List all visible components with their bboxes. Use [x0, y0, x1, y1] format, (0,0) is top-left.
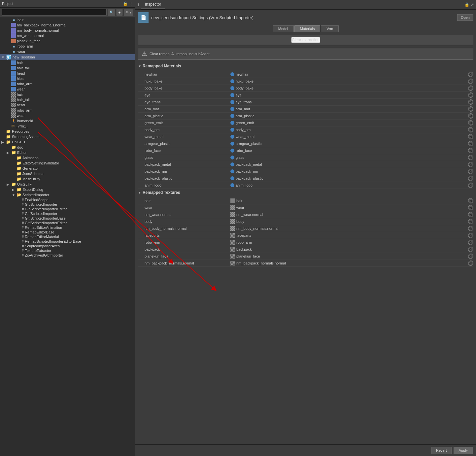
lock-icon[interactable]: 🔒: [123, 1, 128, 6]
inspector-tab[interactable]: Inspector: [141, 0, 165, 9]
material-select-button[interactable]: ◎: [468, 99, 473, 105]
texture-select-button[interactable]: ◎: [468, 254, 473, 259]
lock-icon-right[interactable]: 🔒: [464, 2, 469, 7]
tree-item-remap-editor-animation[interactable]: # RemapEditorAnimation: [0, 225, 135, 230]
tree-item-hair-grid[interactable]: hair: [0, 92, 135, 97]
menu-icon[interactable]: ⋮: [129, 1, 133, 6]
tree-item-remap-editor-base[interactable]: # RemapEditorBase: [0, 230, 135, 234]
tree-item-gltf-scripted-importer-editor[interactable]: # GltfScriptedImporterEditor: [0, 221, 135, 225]
tree-item-enabled-scope[interactable]: # EnabledScope: [0, 197, 135, 202]
tree-item-new-seedsan[interactable]: ▼ 🧊 new_seedsan: [0, 54, 135, 60]
texture-select-button[interactable]: ◎: [468, 198, 473, 203]
texture-select-button[interactable]: ◎: [468, 240, 473, 245]
tree-item-editor-settings-validator[interactable]: 📁 EditorSettingsValidator: [0, 160, 135, 166]
material-select-button[interactable]: ◎: [468, 162, 473, 167]
apply-button[interactable]: Apply: [454, 447, 473, 454]
tree-item-wear-child[interactable]: wear: [0, 87, 135, 92]
tree-item-gltf-scripted-importer-base[interactable]: # GltfScriptedImporterBase: [0, 216, 135, 221]
material-select-button[interactable]: ◎: [468, 86, 473, 91]
remapped-materials-header[interactable]: ▼ Remapped Materials: [138, 62, 473, 70]
tree-item-unigltf[interactable]: ▶ 📁 UniGLTF: [0, 139, 135, 145]
tree-item-robo-arm-grid[interactable]: robo_arm: [0, 108, 135, 113]
tree-item-wear-standalone[interactable]: ■ wear: [0, 49, 135, 54]
tree-item-export-dialog[interactable]: ▶ 📁 ExportDialog: [0, 187, 135, 192]
clear-extraction-button[interactable]: Clear extraction: [291, 37, 320, 43]
revert-button[interactable]: Revert: [431, 447, 452, 454]
material-select-button[interactable]: ◎: [468, 79, 473, 84]
material-select-button[interactable]: ◎: [468, 141, 473, 146]
material-select-button[interactable]: ◎: [468, 183, 473, 188]
tree-item-zip-archived[interactable]: # ZipArchivedGltfImporter: [0, 253, 135, 258]
tree-item-json-schema[interactable]: 📁 JsonSchema: [0, 171, 135, 176]
folder-icon: 📁: [17, 166, 21, 171]
tree-item-scripted-importer[interactable]: ▼ 📂 ScriptedImporter: [0, 192, 135, 197]
tree-item-animation[interactable]: 📁 Animation: [0, 155, 135, 160]
material-dot-icon: [230, 93, 234, 97]
tree-item-hair-standalone[interactable]: ■ hair: [0, 17, 135, 22]
texture-row-nm-backpack-normals: nm_backpack_normals.normal nm_backpack_n…: [138, 260, 473, 267]
material-select-button[interactable]: ◎: [468, 148, 473, 153]
material-select-button[interactable]: ◎: [468, 169, 473, 174]
material-select-button[interactable]: ◎: [468, 106, 473, 112]
tree-item-hips-child[interactable]: hips: [0, 76, 135, 81]
tree-item-head-child[interactable]: head: [0, 71, 135, 76]
material-select-button[interactable]: ◎: [468, 155, 473, 160]
tree-item-streaming-assets[interactable]: 📁 StreamingAssets: [0, 134, 135, 139]
popout-icon[interactable]: ⤢: [471, 2, 474, 7]
tree-item-texture-extractor[interactable]: # TextureExtractor: [0, 248, 135, 253]
tree-item-glb-scripted-importer-editor[interactable]: # GlbScriptedImporterEditor: [0, 207, 135, 211]
tree-item-nm-wear[interactable]: nm_wear.normal: [0, 33, 135, 38]
tree-item-nm-body-normals[interactable]: nm_body_normals.normal: [0, 28, 135, 33]
material-select-button[interactable]: ◎: [468, 113, 473, 119]
tree-item-head-grid[interactable]: head: [0, 102, 135, 108]
texture-select-button[interactable]: ◎: [468, 247, 473, 252]
material-value: newhair ◎: [230, 72, 473, 77]
filter-button[interactable]: ◈: [117, 9, 122, 16]
tree-item-resources[interactable]: 📁 Resources: [0, 129, 135, 134]
tree-item-hair-tail-child[interactable]: hair_tail: [0, 65, 135, 71]
folder-icon: 📁: [11, 182, 16, 187]
texture-select-button[interactable]: ◎: [468, 205, 473, 210]
tree-item-unigltf-nested[interactable]: ▶ 📁 UniGLTF: [0, 182, 135, 187]
tree-item-glb-scripted-importer[interactable]: # GlbScriptedImporter: [0, 202, 135, 207]
texture-select-button[interactable]: ◎: [468, 219, 473, 224]
tree-item-humanoid[interactable]: 🚶 humanoid: [0, 118, 135, 123]
texture-select-button[interactable]: ◎: [468, 226, 473, 231]
tree-item-planekun-face[interactable]: planekun_face: [0, 38, 135, 44]
project-tab-label[interactable]: Project: [2, 2, 13, 6]
layer-button[interactable]: 👁 7: [124, 9, 133, 16]
tree-item-doc[interactable]: 📁 doc: [0, 145, 135, 150]
material-name: backpack_plastic: [138, 176, 230, 180]
tab-model[interactable]: Model: [273, 25, 294, 32]
tree-item-remap-editor-material[interactable]: # RemapEditorMaterial: [0, 234, 135, 239]
tab-materials[interactable]: Materials: [294, 25, 321, 32]
texture-select-button[interactable]: ◎: [468, 261, 473, 266]
tab-vrm[interactable]: Vrm: [321, 25, 339, 32]
search-button[interactable]: 🔍: [108, 9, 115, 16]
texture-select-button[interactable]: ◎: [468, 212, 473, 217]
tree-item-robo-arm-child[interactable]: robo_arm: [0, 81, 135, 87]
tree-item-wear-grid[interactable]: wear: [0, 113, 135, 118]
tree-item-mesh-utility[interactable]: 📁 MeshUtility: [0, 176, 135, 182]
tree-item-hair-child[interactable]: hair: [0, 60, 135, 65]
texture-label: wear: [236, 206, 244, 210]
material-select-button[interactable]: ◎: [468, 92, 473, 98]
search-input[interactable]: [2, 9, 107, 16]
material-select-button[interactable]: ◎: [468, 127, 473, 132]
tree-item-robo-arm-standalone[interactable]: ■ robo_arm: [0, 44, 135, 49]
tree-item-generator[interactable]: 📁 Generator: [0, 166, 135, 171]
material-select-button[interactable]: ◎: [468, 120, 473, 125]
remapped-textures-header[interactable]: ▼ Remapped Textures: [138, 189, 473, 196]
texture-select-button[interactable]: ◎: [468, 233, 473, 238]
material-select-button[interactable]: ◎: [468, 72, 473, 77]
open-button[interactable]: Open: [457, 14, 473, 21]
tree-item-hair-tail-grid[interactable]: hair_tail: [0, 97, 135, 102]
tree-item-nm-backpack[interactable]: nm_backpack_normals.normal: [0, 22, 135, 28]
tree-item-scripted-importer-axes[interactable]: # ScriptedImporterAxes: [0, 244, 135, 248]
tree-item-remap-scripted-importer[interactable]: # RemapScriptedImporterEditorBase: [0, 239, 135, 244]
tree-item-editor[interactable]: ▶ 📁 Editor: [0, 150, 135, 155]
tree-item-gltf-scripted-importer[interactable]: # GltfScriptedImporter: [0, 211, 135, 216]
tree-item-vrm1[interactable]: ⚙ _vrm1_: [0, 123, 135, 129]
material-select-button[interactable]: ◎: [468, 176, 473, 181]
material-select-button[interactable]: ◎: [468, 134, 473, 139]
